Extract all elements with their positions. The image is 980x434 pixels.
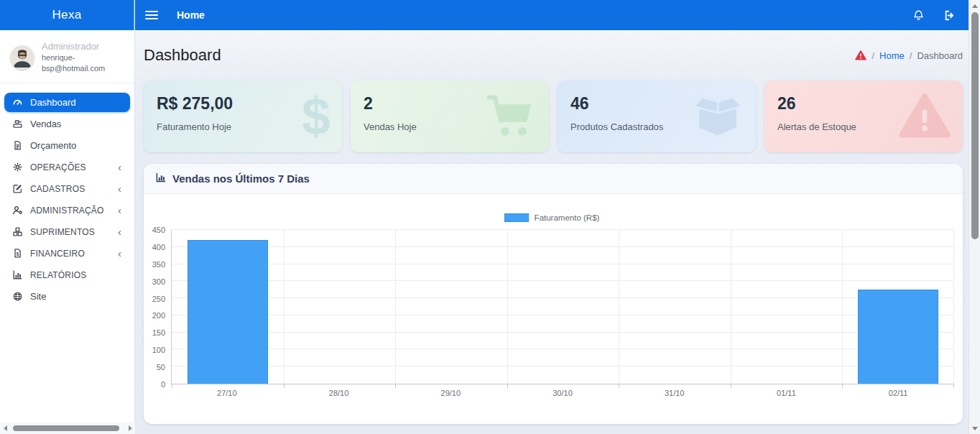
gridline-horizontal [172, 366, 954, 366]
avatar[interactable] [10, 45, 34, 70]
chevron-left-icon: ‹ [118, 205, 123, 216]
sidebar-item-site[interactable]: Site [4, 287, 130, 306]
sidebar-item-vendas[interactable]: Vendas [4, 114, 130, 134]
breadcrumb-current: Dashboard [917, 50, 963, 61]
navbar-home-link[interactable]: Home [177, 9, 205, 21]
user-name: Administrador [42, 40, 126, 52]
y-tick-label: 250 [152, 295, 165, 303]
gauge-icon [11, 97, 23, 108]
vertical-scrollbar[interactable] [969, 0, 980, 434]
bell-icon[interactable] [912, 9, 925, 22]
sign-out-icon[interactable] [943, 9, 956, 22]
chevron-left-icon: ‹ [118, 183, 123, 194]
stat-value: 46 [570, 93, 743, 114]
stat-value: R$ 275,00 [157, 93, 329, 114]
scroll-right-icon[interactable] [125, 423, 135, 434]
user-info: Administrador henrique-bsp@hotmail.com [42, 40, 126, 74]
gridline-vertical [395, 230, 396, 384]
edit-icon [11, 183, 23, 195]
x-tick-label: 31/10 [665, 389, 685, 397]
vertical-scrollbar-thumb[interactable] [971, 12, 979, 239]
gridline-horizontal [172, 297, 954, 298]
gridline-horizontal [172, 229, 954, 230]
sidebar-item-relatorios[interactable]: RELATÓRIOS [4, 265, 130, 285]
y-tick-label: 200 [152, 311, 165, 320]
sidebar-horizontal-scrollbar[interactable] [0, 423, 135, 434]
scroll-down-icon[interactable] [969, 423, 980, 434]
chart-legend[interactable]: Faturamento (R$) [149, 213, 954, 223]
sidebar-item-label: Dashboard [30, 97, 123, 108]
legend-label: Faturamento (R$) [535, 213, 600, 222]
sidebar-item-suprimentos[interactable]: SUPRIMENTOS‹ [4, 222, 130, 241]
sidebar-item-label: FINANCEIRO [30, 249, 111, 259]
chart-bar-icon [155, 172, 167, 186]
gear-icon [11, 162, 23, 173]
app-logo[interactable]: Hexa [0, 0, 134, 30]
sidebar-item-operacoes[interactable]: OPERAÇÕES‹ [4, 157, 130, 177]
chart-title: Vendas nos Últimos 7 Dias [172, 172, 310, 185]
x-tick-label: 01/11 [777, 389, 796, 397]
stat-label: Faturamento Hoje [157, 121, 329, 132]
sidebar-item-financeiro[interactable]: $FINANCEIRO‹ [4, 244, 130, 263]
sidebar-item-orcamento[interactable]: Orçamento [4, 136, 130, 155]
x-tick-label: 02/11 [889, 389, 908, 397]
y-tick-label: 300 [152, 277, 165, 286]
cash-register-icon [11, 119, 23, 130]
breadcrumb-separator: / [910, 50, 912, 61]
horizontal-scrollbar-thumb[interactable] [13, 425, 119, 431]
svg-text:$: $ [16, 251, 19, 257]
legend-swatch [504, 213, 529, 222]
gridline-vertical [619, 230, 619, 384]
bar-27-10[interactable] [188, 240, 268, 384]
x-tick-label: 29/10 [441, 389, 461, 397]
navbar-actions [912, 9, 956, 22]
gridline-horizontal [172, 246, 954, 247]
main-content: Dashboard / Home / Dashboard [135, 30, 969, 434]
scroll-up-icon[interactable] [969, 0, 980, 11]
x-tick-label: 30/10 [553, 389, 573, 397]
chart-plot-row: 050100150200250300350400450 [149, 230, 954, 384]
chevron-left-icon: ‹ [118, 226, 123, 237]
chart-xaxis: 27/1028/1029/1030/1031/1001/1102/11 [171, 384, 954, 397]
chevron-left-icon: ‹ [118, 248, 123, 259]
sidebar-item-dashboard[interactable]: Dashboard [4, 93, 130, 112]
stat-card-faturamento: R$ 275,00 Faturamento Hoje $ [144, 80, 342, 152]
chart-bar-icon [11, 269, 23, 281]
sidebar-item-label: RELATÓRIOS [30, 270, 123, 280]
stat-label: Vendas Hoje [364, 121, 536, 132]
menu-toggle-icon[interactable] [145, 11, 158, 19]
stat-cards: R$ 275,00 Faturamento Hoje $ 2 Vendas Ho… [144, 80, 963, 152]
bar-02-11[interactable] [858, 290, 938, 384]
gridline-vertical [507, 230, 508, 384]
stat-card-vendas: 2 Vendas Hoje [351, 80, 549, 152]
sidebar-item-label: ADMINISTRAÇÃO [30, 206, 111, 216]
gridline-vertical [731, 230, 731, 384]
chart-plot [171, 230, 954, 384]
sidebar-item-label: SUPRIMENTOS [30, 227, 111, 237]
sidebar-nav: DashboardVendasOrçamentoOPERAÇÕES‹CADAST… [0, 83, 134, 306]
breadcrumb-home-link[interactable]: Home [879, 50, 905, 61]
sidebar-item-cadastros[interactable]: CADASTROS‹ [4, 179, 130, 198]
sidebar-item-label: Orçamento [30, 140, 123, 151]
gridline-vertical [953, 230, 954, 384]
page-header: Dashboard / Home / Dashboard [144, 30, 963, 80]
sidebar-item-label: Vendas [30, 119, 123, 129]
gridline-horizontal [172, 348, 954, 349]
chart-body: Faturamento (R$) 05010015020025030035040… [144, 194, 963, 397]
user-panel: Administrador henrique-bsp@hotmail.com [0, 30, 134, 83]
warning-icon [855, 50, 866, 61]
content-column: Home Dashboard [135, 0, 969, 434]
sidebar-item-administracao[interactable]: ADMINISTRAÇÃO‹ [4, 200, 130, 220]
y-tick-label: 150 [152, 328, 165, 337]
gridline-horizontal [172, 315, 954, 315]
gridline-vertical [842, 230, 843, 384]
boxes-icon [11, 226, 23, 238]
scroll-left-icon[interactable] [0, 423, 10, 434]
y-tick-label: 350 [152, 260, 165, 269]
sidebar-item-label: Site [30, 291, 123, 302]
x-tick-label: 27/10 [217, 389, 237, 397]
invoice-icon: $ [11, 248, 23, 259]
gridline-horizontal [172, 332, 954, 333]
chart-card-header: Vendas nos Últimos 7 Dias [144, 164, 963, 194]
gridline-vertical [284, 230, 285, 384]
